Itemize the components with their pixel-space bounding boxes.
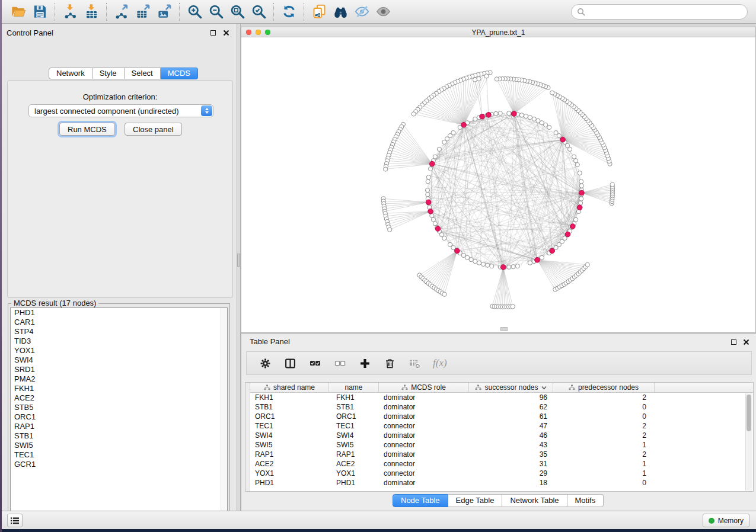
graph-node[interactable] [575, 162, 579, 166]
tab-style[interactable]: Style [92, 68, 125, 79]
table-row[interactable]: YOX1YOX1connector291 [250, 469, 753, 478]
graph-node[interactable] [428, 166, 432, 171]
graph-hub-node[interactable] [430, 161, 435, 166]
tab-select[interactable]: Select [125, 68, 161, 79]
horizontal-splitter-grip[interactable] [500, 327, 508, 331]
float-table-panel-button[interactable] [729, 337, 738, 347]
network-canvas[interactable] [241, 37, 755, 332]
graph-node[interactable] [477, 261, 481, 265]
graph-node[interactable] [473, 259, 477, 264]
result-node[interactable]: SRD1 [11, 365, 227, 374]
graph-hub-node[interactable] [570, 224, 575, 229]
mcds-result-list[interactable]: PHD1CAR1STP4TID3YOX1SWI4SRD1PMA2FKH1ACE2… [10, 307, 228, 518]
graph-hub-node[interactable] [550, 248, 555, 254]
graph-hub-node[interactable] [426, 200, 431, 205]
graph-node[interactable] [610, 182, 614, 187]
table-row[interactable]: ORC1ORC1dominator610 [250, 412, 753, 421]
tab-network-table[interactable]: Network Table [502, 494, 567, 507]
result-node[interactable]: PMA2 [11, 374, 227, 384]
table-row[interactable]: FKH1FKH1dominator962 [250, 393, 753, 402]
graph-hub-node[interactable] [480, 114, 485, 119]
table-row[interactable]: TEC1TEC1connector472 [250, 421, 753, 431]
show-columns-button[interactable] [282, 355, 298, 371]
graph-node[interactable] [554, 130, 558, 134]
graph-node[interactable] [490, 264, 494, 268]
graph-node[interactable] [383, 167, 387, 171]
result-node[interactable]: STP4 [11, 327, 227, 336]
network-titlebar[interactable]: YPA_prune.txt_1 [241, 27, 755, 37]
zoom-selected-button[interactable] [248, 2, 269, 22]
column-header-mcds-role[interactable]: MCDS role [379, 383, 469, 393]
graph-node[interactable] [433, 155, 437, 159]
graph-hub-node[interactable] [512, 111, 517, 117]
export-table-button[interactable] [132, 2, 154, 22]
column-header-shared-name[interactable]: shared name [250, 383, 329, 393]
zoom-fit-button[interactable] [227, 2, 248, 22]
graph-hub-node[interactable] [455, 248, 460, 254]
run-mcds-button[interactable]: Run MCDS [59, 123, 115, 136]
search-input[interactable] [589, 7, 742, 17]
open-file-button[interactable] [8, 2, 29, 22]
graph-hub-node[interactable] [461, 122, 467, 127]
graph-hub-node[interactable] [428, 209, 433, 214]
show-details-button[interactable] [372, 2, 394, 22]
graph-node[interactable] [579, 197, 583, 201]
graph-node[interactable] [528, 261, 532, 265]
result-node[interactable]: TEC1 [11, 450, 227, 460]
column-header-successor-nodes[interactable]: successor nodes [469, 383, 553, 393]
graph-node[interactable] [426, 175, 430, 180]
graph-node[interactable] [579, 180, 583, 184]
column-header-name[interactable]: name [329, 383, 379, 393]
graph-hub-node[interactable] [486, 113, 492, 118]
tab-node-table[interactable]: Node Table [393, 494, 448, 507]
graph-node[interactable] [412, 112, 416, 116]
graph-node[interactable] [524, 114, 528, 118]
graph-node[interactable] [442, 236, 446, 240]
result-node[interactable]: PHD1 [11, 308, 227, 318]
hide-details-button[interactable] [351, 2, 372, 22]
memory-button[interactable]: Memory [703, 514, 749, 527]
graph-node[interactable] [388, 227, 392, 232]
result-node[interactable]: ORC1 [11, 412, 227, 422]
apply-function-button[interactable]: f(x) [432, 355, 448, 371]
table-row[interactable]: RAP1RAP1dominator352 [250, 450, 753, 459]
result-node[interactable]: SWI4 [11, 355, 227, 365]
result-node[interactable]: SWI5 [11, 441, 227, 450]
save-session-button[interactable] [29, 2, 50, 22]
graph-node[interactable] [473, 78, 477, 82]
graph-node[interactable] [532, 117, 536, 121]
close-panel-button[interactable] [221, 28, 231, 37]
delete-table-button[interactable] [407, 355, 422, 371]
table-row[interactable]: ACE2ACE2connector311 [250, 459, 753, 469]
close-window-button[interactable] [246, 30, 251, 35]
minimize-window-button[interactable] [256, 30, 261, 35]
table-row[interactable]: SWI5SWI5connector431 [250, 440, 753, 450]
refresh-layout-button[interactable] [278, 2, 299, 22]
graph-node[interactable] [574, 217, 578, 222]
network-graph[interactable] [241, 37, 755, 332]
graph-node[interactable] [485, 263, 489, 267]
graph-hub-node[interactable] [435, 226, 441, 232]
splitter-grip[interactable] [237, 254, 240, 267]
table-row[interactable]: PHD1PHD1dominator180 [250, 478, 753, 488]
column-settings-button[interactable] [257, 355, 273, 371]
graph-node[interactable] [437, 147, 441, 151]
graph-node[interactable] [425, 188, 429, 192]
import-table-button[interactable] [81, 2, 102, 22]
graph-node[interactable] [528, 116, 532, 120]
graph-node[interactable] [540, 255, 544, 259]
graph-node[interactable] [426, 193, 430, 197]
select-all-button[interactable] [307, 355, 323, 371]
graph-hub-node[interactable] [560, 137, 566, 142]
result-node[interactable]: YOX1 [11, 346, 227, 355]
graph-node[interactable] [579, 201, 583, 205]
graph-hub-node[interactable] [500, 265, 506, 270]
graph-node[interactable] [431, 217, 435, 222]
first-neighbors-button[interactable] [330, 2, 351, 22]
graph-node[interactable] [507, 111, 511, 116]
result-node[interactable]: TID3 [11, 336, 227, 346]
graph-hub-node[interactable] [577, 205, 582, 210]
delete-column-button[interactable] [382, 355, 397, 371]
panel-splitter[interactable] [237, 24, 241, 511]
result-node[interactable]: FKH1 [11, 384, 227, 393]
